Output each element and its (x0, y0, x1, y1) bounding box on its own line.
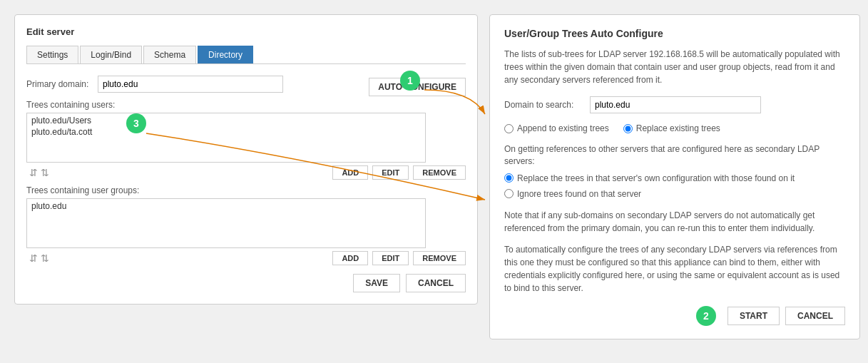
append-label: Append to existing trees (517, 123, 609, 133)
users-list-controls: ⇵ ⇅ ADD EDIT REMOVE (26, 165, 466, 180)
users-add-button[interactable]: ADD (332, 165, 368, 180)
sort-icons: ⇵ ⇅ (26, 167, 49, 178)
auto-configure-panel: User/Group Trees Auto Configure The list… (489, 14, 860, 339)
append-radio[interactable] (504, 124, 514, 133)
list-item[interactable]: pluto.edu/ta.cott (29, 126, 424, 138)
replace-label: Replace existing trees (636, 123, 720, 133)
groups-list-controls: ⇵ ⇅ ADD EDIT REMOVE (26, 251, 466, 265)
replace-trees-label: Replace the trees in that server's own c… (517, 173, 795, 183)
groups-list[interactable]: pluto.edu (26, 198, 426, 248)
users-list[interactable]: pluto.edu/Users pluto.edu/ta.cott (26, 113, 426, 163)
primary-domain-label: Primary domain: (26, 79, 98, 89)
secondary-server-group: Replace the trees in that server's own c… (504, 173, 845, 199)
right-cancel-button[interactable]: CANCEL (785, 307, 845, 325)
groups-buttons: ADD EDIT REMOVE (332, 251, 466, 265)
sort-down-icon[interactable]: ⇅ (41, 167, 49, 178)
tabs: Settings Login/Bind Schema Directory (26, 46, 466, 64)
tab-settings[interactable]: Settings (26, 46, 78, 63)
tab-loginbind[interactable]: Login/Bind (80, 46, 142, 63)
left-panel-bottom-buttons: SAVE CANCEL (26, 274, 466, 292)
callout-1: 1 (400, 71, 420, 91)
users-remove-button[interactable]: REMOVE (413, 165, 466, 180)
append-option[interactable]: Append to existing trees (504, 123, 609, 133)
right-panel-title: User/Group Trees Auto Configure (504, 28, 845, 39)
users-buttons: ADD EDIT REMOVE (332, 165, 466, 180)
groups-add-button[interactable]: ADD (332, 251, 368, 265)
start-button[interactable]: START (727, 307, 780, 325)
cancel-button[interactable]: CANCEL (406, 274, 466, 292)
note-text: Note that if any sub-domains on secondar… (504, 209, 845, 235)
bottom-text: To automatically configure the trees of … (504, 243, 845, 295)
domain-row: Domain to search: (504, 96, 845, 113)
tab-schema[interactable]: Schema (143, 46, 196, 63)
right-panel-bottom-buttons: 2 START CANCEL (504, 306, 845, 326)
replace-option[interactable]: Replace existing trees (623, 123, 720, 133)
tab-directory[interactable]: Directory (198, 46, 253, 63)
replace-radio[interactable] (623, 124, 633, 133)
ignore-trees-radio[interactable] (504, 189, 514, 198)
section-desc: On getting references to other servers t… (504, 143, 845, 168)
users-edit-button[interactable]: EDIT (372, 165, 409, 180)
description-text: The lists of sub-trees for LDAP server 1… (504, 48, 845, 86)
replace-trees-option[interactable]: Replace the trees in that server's own c… (504, 173, 845, 183)
callout-3: 3 (126, 113, 146, 133)
append-replace-group: Append to existing trees Replace existin… (504, 123, 845, 133)
callout-2: 2 (696, 306, 716, 326)
list-item[interactable]: pluto.edu (29, 200, 424, 212)
ignore-trees-option[interactable]: Ignore trees found on that server (504, 189, 845, 199)
ignore-trees-label: Ignore trees found on that server (517, 189, 641, 199)
primary-domain-input[interactable] (98, 76, 283, 93)
list-item[interactable]: pluto.edu/Users (29, 115, 424, 126)
groups-label: Trees containing user groups: (26, 185, 466, 195)
sort-icons-groups: ⇵ ⇅ (26, 252, 49, 264)
sort-up-icon[interactable]: ⇵ (29, 167, 38, 178)
groups-edit-button[interactable]: EDIT (372, 251, 409, 265)
groups-remove-button[interactable]: REMOVE (413, 251, 466, 265)
edit-server-panel: Edit server Settings Login/Bind Schema D… (14, 14, 478, 305)
sort-down-icon[interactable]: ⇅ (41, 252, 49, 264)
users-label: Trees containing users: (26, 100, 466, 110)
save-button[interactable]: SAVE (353, 274, 400, 292)
sort-up-icon[interactable]: ⇵ (29, 252, 38, 264)
domain-label: Domain to search: (504, 100, 590, 110)
replace-trees-radio[interactable] (504, 173, 514, 183)
panel-title: Edit server (26, 26, 466, 37)
domain-search-input[interactable] (590, 96, 761, 113)
